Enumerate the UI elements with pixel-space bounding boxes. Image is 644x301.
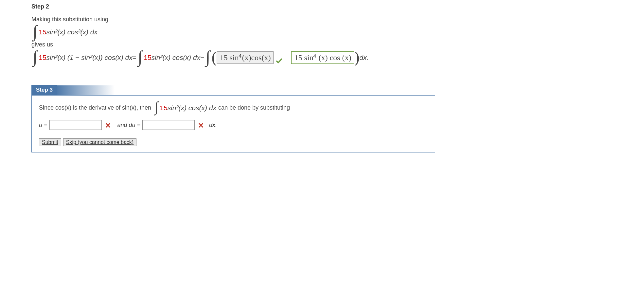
- du-input[interactable]: [142, 120, 195, 130]
- u-input[interactable]: [49, 120, 102, 130]
- right-paren-icon: ): [354, 52, 359, 63]
- step-3-tab-gradient: [56, 85, 115, 95]
- step-3-button-row: Submit Skip (you cannot come back): [39, 138, 428, 146]
- step-2-correct-answer: 15 sin⁴ (x) cos (x): [291, 51, 354, 64]
- integral-icon: ∫: [33, 51, 37, 63]
- step-2-gives: gives us: [31, 41, 631, 48]
- step-3-input-line: u = and du = dx.: [39, 120, 428, 130]
- step-3-heading: Step 3: [31, 85, 57, 95]
- step-3-text-line: Since cos(x) is the derivative of sin(x)…: [39, 103, 428, 113]
- step-2-intro: Making this substitution using: [31, 16, 631, 23]
- skip-button[interactable]: Skip (you cannot come back): [63, 138, 136, 146]
- integral-icon: ∫: [33, 26, 37, 37]
- step-2-user-answer[interactable]: 15 sin⁴(x)cos(x): [217, 51, 274, 64]
- step-3-box: Since cos(x) is the derivative of sin(x)…: [31, 95, 435, 152]
- left-paren-icon: (: [211, 52, 217, 63]
- integral-icon: ∫: [154, 102, 158, 112]
- cross-icon: [198, 122, 204, 129]
- integral-icon: ∫: [206, 51, 210, 63]
- step-2-heading: Step 2: [31, 3, 631, 10]
- integral-icon: ∫: [138, 51, 142, 63]
- step-2-integral-original: ∫ 15 sin²(x) cos³(x) dx: [31, 26, 631, 38]
- step-3: Step 3 Since cos(x) is the derivative of…: [31, 82, 631, 152]
- cross-icon: [105, 122, 111, 129]
- check-icon: [276, 56, 283, 64]
- step-2: Step 2 Making this substitution using ∫ …: [31, 3, 631, 64]
- step-2-equation: ∫ 15 sin²(x) (1 − sin²(x)) cos(x) dx = ∫…: [31, 51, 631, 64]
- submit-button[interactable]: Submit: [39, 138, 61, 146]
